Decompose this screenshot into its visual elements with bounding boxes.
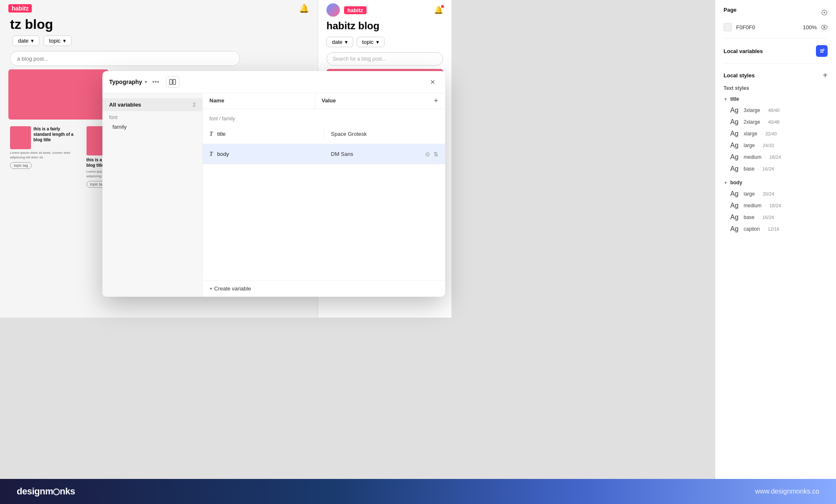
blog-title-right: habitz blog [318,18,451,35]
date-filter-left[interactable]: date ▾ [13,36,39,46]
blog-card-1: this is a fairly standard length of a bl… [7,123,82,191]
color-swatch[interactable] [724,23,732,31]
style-label-large-body: large [744,191,755,197]
sidebar-subitem-family[interactable]: family [102,121,202,132]
bottom-bar: designmnks www.designmonks.co [0,479,836,504]
designmonks-logo: designmnks [17,486,75,497]
modal-menu-dots[interactable]: ••• [152,78,159,86]
create-variable-button[interactable]: + Create variable [209,285,251,292]
right-sidebar: Page F0F0F0 100% Local variables Loc [715,0,836,504]
style-label-medium-body: medium [744,203,762,209]
style-label-large-title: large [744,143,755,148]
style-2xlarge[interactable]: Ag 2xlarge · 40/48 [724,116,828,128]
filters-right: date ▾ topic ▾ [318,35,451,49]
modal-body: All variables 2 font family Name Value + [102,93,445,297]
modal-header: Typography ▾ ••• × [102,71,445,93]
category-body[interactable]: ▼ body [724,178,828,187]
left-top-bar: habitz 🔔 [0,0,318,15]
search-bar-left[interactable] [10,51,240,66]
style-3xlarge[interactable]: Ag 3xlarge · 48/40 [724,104,828,116]
style-large-title[interactable]: Ag large · 24/32 [724,140,828,151]
style-label-3xlarge: 3xlarge [744,107,760,113]
divider-2 [724,64,828,64]
add-variable-button[interactable]: + [427,93,445,109]
ag-preview-caption-body: Ag [730,225,740,233]
table-body: font / family T title Space Grotesk [203,109,445,280]
local-variables-header: Local variables [724,45,828,57]
color-hex-label: F0F0F0 [736,24,755,31]
svg-rect-1 [173,79,176,84]
topic-filter-left[interactable]: topic ▾ [43,36,71,46]
style-base-body[interactable]: Ag base · 16/24 [724,211,828,223]
search-bar-right[interactable]: Search for a blog post... [326,52,443,66]
page-section-header: Page [724,7,828,18]
style-large-body[interactable]: Ag large · 20/24 [724,188,828,200]
svg-point-3 [823,12,825,13]
bell-icon-right: 🔔 [434,5,443,15]
search-input-left[interactable] [10,51,240,66]
type-icon-title: T [209,131,213,137]
row-actions-body: ⊙ ⇅ [425,151,438,158]
style-medium-body[interactable]: Ag medium · 18/24 [724,200,828,211]
style-label-caption-body: caption [744,226,760,232]
page-settings-icon[interactable] [821,9,828,16]
page-color-row: F0F0F0 100% [724,23,828,31]
row-name-title: T title [203,127,324,142]
ag-preview-xlarge: Ag [730,130,740,137]
right-top-bar: habitz 🔔 [318,0,451,18]
group-header-font-family: font / family [203,109,445,124]
modal-title: Typography ▾ [109,79,147,85]
style-base-title[interactable]: Ag base · 16/24 [724,163,828,175]
ag-preview-medium-body: Ag [730,202,740,209]
category-title-label: title [730,96,739,102]
style-caption-body[interactable]: Ag caption · 12/16 [724,223,828,235]
style-label-medium-title: medium [744,154,762,160]
feature-image-large [8,69,109,120]
add-style-button[interactable]: + [823,71,828,80]
svg-point-5 [823,26,826,28]
card-image-1 [10,126,31,149]
ag-preview-3xlarge: Ag [730,107,740,114]
row-settings-icon[interactable]: ⇅ [433,151,438,158]
search-placeholder-right: Search for a blog post... [333,56,386,62]
card-title-1: this is a fairly standard length of a bl… [33,126,79,143]
row-name-body: T body [203,147,324,162]
designmonks-url: www.designmonks.co [755,488,819,495]
text-styles-section: Text styles [724,85,828,91]
modal-main: Name Value + font / family T t [203,93,445,297]
style-value-base-body: 16/24 [762,215,774,220]
style-value-large-title: 24/32 [763,143,775,148]
local-variables-button[interactable] [816,45,828,57]
local-styles-title: Local styles [724,72,754,79]
local-styles-header: Local styles + [724,71,828,80]
col-header-name: Name [203,93,315,109]
canvas-background: habitz 🔔 tz blog date ▾ topic ▾ this is … [0,0,836,479]
svg-rect-0 [170,79,172,84]
habitz-logo-right: habitz [344,6,367,14]
sidebar-all-variables[interactable]: All variables 2 [102,98,202,111]
visibility-icon[interactable] [821,24,828,31]
row-scope-icon[interactable]: ⊙ [425,151,430,158]
card-tags-1: topic tag [10,162,79,169]
ag-preview-2xlarge: Ag [730,118,740,126]
style-value-2xlarge: 40/48 [768,120,780,125]
category-body-label: body [730,180,742,186]
table-row-title[interactable]: T title Space Grotesk [203,124,445,144]
style-medium-title[interactable]: Ag medium · 18/24 [724,151,828,163]
category-title[interactable]: ▼ title [724,94,828,104]
topic-filter-right[interactable]: topic ▾ [357,37,384,47]
modal-title-chevron: ▾ [145,79,147,85]
style-label-2xlarge: 2xlarge [744,119,760,125]
style-label-base-title: base [744,166,754,172]
table-row-body[interactable]: T body DM Sans ⊙ ⇅ [203,144,445,164]
modal-close-button[interactable]: × [427,76,438,88]
style-xlarge[interactable]: Ag xlarge · 32/40 [724,128,828,140]
modal-footer: + Create variable [203,280,445,297]
ag-preview-base-title: Ag [730,165,740,173]
filters-left: date ▾ topic ▾ [0,34,318,48]
divider-1 [724,38,828,38]
modal-layout-icon[interactable] [166,76,179,88]
avatar-right [326,3,340,17]
sidebar-group-font: font [102,111,202,121]
date-filter-right[interactable]: date ▾ [326,37,353,47]
